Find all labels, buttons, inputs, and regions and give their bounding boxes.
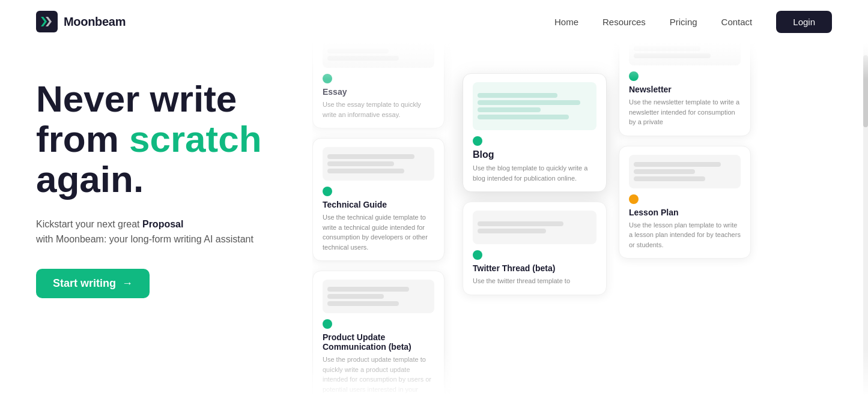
logo-text: Moonbeam [64,15,126,29]
logo-icon [36,11,58,32]
card-desc: Use the twitter thread template to [473,276,596,286]
card-desc: Use the essay template to quickly write … [323,100,434,119]
card-lesson-plan[interactable]: Lesson Plan Use the lesson plan template… [619,146,751,259]
logo[interactable]: Moonbeam [36,11,126,32]
scrollbar-thumb[interactable] [863,55,868,127]
card-dot [473,250,482,260]
start-writing-button[interactable]: Start writing → [36,269,150,298]
card-product-update[interactable]: Product Update Communication (beta) Use … [312,271,445,396]
card-desc: Use the technical guide template to writ… [323,212,434,252]
hero-title: Never write from scratch again. [36,79,276,200]
nav-links: Home Resources Pricing Contact Login [554,11,832,33]
card-desc: Use the blog template to quickly write a… [473,163,596,183]
card-dot [629,71,639,81]
card-dot [323,187,332,196]
card-desc: Use the product update template to quick… [323,355,434,396]
nav-home[interactable]: Home [554,17,578,27]
card-desc: Use the newsletter template to write a n… [629,97,741,127]
card-title: Twitter Thread (beta) [473,263,596,273]
card-title: Lesson Plan [629,208,741,217]
card-title: Essay [323,87,434,97]
nav-pricing[interactable]: Pricing [670,17,697,27]
hero-section: Never write from scratch again. Kickstar… [0,43,312,396]
card-desc: Use the lesson plan template to write a … [629,220,741,250]
scrollbar[interactable] [863,43,868,396]
card-dot [629,194,639,204]
nav-contact[interactable]: Contact [721,17,753,27]
cards-area: Essay Use the essay template to quickly … [312,43,868,396]
card-title: Product Update Communication (beta) [323,332,434,352]
hero-subtitle: Kickstart your next great Proposal with … [36,217,276,247]
card-twitter-thread[interactable]: Twitter Thread (beta) Use the twitter th… [463,202,607,295]
card-title: Technical Guide [323,200,434,209]
card-essay[interactable]: Essay Use the essay template to quickly … [312,43,445,128]
card-technical-guide[interactable]: Technical Guide Use the technical guide … [312,138,445,261]
card-dot [473,136,482,146]
card-dot [323,74,332,83]
card-title: Newsletter [629,85,741,94]
nav-resources[interactable]: Resources [602,17,646,27]
card-title: Blog [473,149,596,160]
login-button[interactable]: Login [776,11,832,33]
card-newsletter[interactable]: Newsletter Use the newsletter template t… [619,43,751,136]
card-blog[interactable]: Blog Use the blog template to quickly wr… [463,73,607,192]
card-dot [323,319,332,329]
